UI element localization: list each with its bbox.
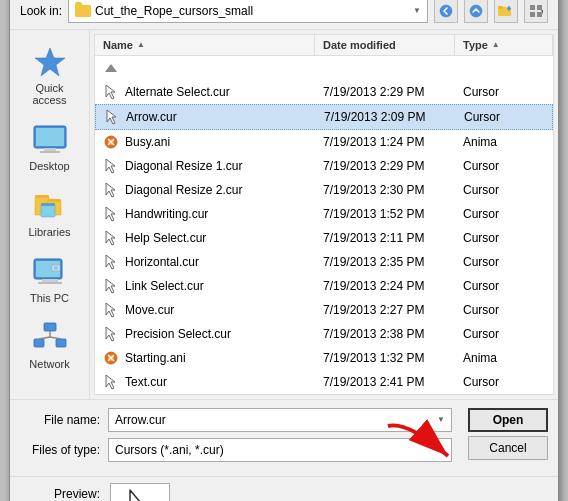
sidebar-item-label: Quick access: [18, 82, 82, 106]
look-in-label: Look in:: [20, 4, 62, 18]
sidebar-item-network[interactable]: Network: [14, 314, 86, 376]
column-header-name[interactable]: Name ▲: [95, 35, 315, 55]
file-cell-date: 7/19/2013 2:27 PM: [315, 301, 455, 319]
toolbar: Look in: Cut_the_Rope_cursors_small ▼: [10, 0, 558, 30]
file-type-icon: [103, 158, 119, 174]
file-row[interactable]: Move.cur 7/19/2013 2:27 PM Cursor: [95, 298, 553, 322]
file-cell-name: Diagonal Resize 2.cur: [95, 180, 315, 200]
file-name: Diagonal Resize 1.cur: [125, 159, 242, 173]
file-cell-date: 7/19/2013 2:29 PM: [315, 83, 455, 101]
sidebar-item-libraries[interactable]: Libraries: [14, 182, 86, 244]
file-row[interactable]: Handwriting.cur 7/19/2013 1:52 PM Cursor: [95, 202, 553, 226]
file-type-icon: [103, 302, 119, 318]
svg-rect-31: [54, 266, 58, 270]
desktop-icon: [32, 122, 68, 158]
file-cell-date: 7/19/2013 2:11 PM: [315, 229, 455, 247]
file-cell-name: [95, 58, 315, 78]
file-type-icon: [103, 84, 119, 100]
view-options-button[interactable]: [524, 0, 548, 23]
svg-rect-7: [498, 6, 503, 9]
file-row[interactable]: Alternate Select.cur 7/19/2013 2:29 PM C…: [95, 80, 553, 104]
svg-rect-10: [530, 5, 535, 10]
new-folder-button[interactable]: [494, 0, 518, 23]
file-cell-date: 7/19/2013 2:41 PM: [315, 373, 455, 391]
file-cell-type: Cursor: [455, 229, 553, 247]
sidebar-item-label: Libraries: [28, 226, 70, 238]
file-name: Busy.ani: [125, 135, 170, 149]
browse-dialog: Browse ✕ Look in: Cut_the_Rope_cursors_s…: [9, 0, 559, 501]
svg-rect-18: [44, 148, 56, 151]
sidebar-item-label: Network: [29, 358, 69, 370]
new-folder-icon: [498, 4, 514, 18]
filename-dropdown-arrow: ▼: [437, 415, 445, 424]
file-cell-name: Precision Select.cur: [95, 324, 315, 344]
file-cell-type: Cursor: [455, 181, 553, 199]
svg-rect-12: [530, 12, 535, 17]
file-row[interactable]: Horizontal.cur 7/19/2013 2:35 PM Cursor: [95, 250, 553, 274]
svg-rect-24: [41, 205, 55, 217]
file-cell-name: Horizontal.cur: [95, 252, 315, 272]
file-row[interactable]: Starting.ani 7/19/2013 1:32 PM Anima: [95, 346, 553, 370]
sidebar-item-quick-access[interactable]: Quick access: [14, 38, 86, 112]
file-name: Alternate Select.cur: [125, 85, 230, 99]
file-row[interactable]: Diagonal Resize 2.cur 7/19/2013 2:30 PM …: [95, 178, 553, 202]
file-cell-type: Cursor: [455, 277, 553, 295]
file-panel: Name ▲ Date modified Type ▲: [94, 34, 554, 395]
file-type-icon: [103, 134, 119, 150]
sidebar-item-this-pc[interactable]: This PC: [14, 248, 86, 310]
file-cell-name: Handwriting.cur: [95, 204, 315, 224]
file-row[interactable]: Busy.ani 7/19/2013 1:24 PM Anima: [95, 130, 553, 154]
sidebar-item-desktop[interactable]: Desktop: [14, 116, 86, 178]
file-cell-name: Diagonal Resize 1.cur: [95, 156, 315, 176]
open-button[interactable]: Open: [468, 408, 548, 432]
file-list[interactable]: Alternate Select.cur 7/19/2013 2:29 PM C…: [95, 56, 553, 394]
file-row[interactable]: Precision Select.cur 7/19/2013 2:38 PM C…: [95, 322, 553, 346]
filetype-label: Files of type:: [20, 443, 100, 457]
file-row[interactable]: Link Select.cur 7/19/2013 2:24 PM Cursor: [95, 274, 553, 298]
svg-line-36: [39, 337, 50, 339]
file-cell-name: Text.cur: [95, 372, 315, 392]
nav-back-button[interactable]: [434, 0, 458, 23]
column-header-type[interactable]: Type ▲: [455, 35, 553, 55]
preview-label: Preview:: [20, 483, 100, 501]
svg-rect-34: [56, 339, 66, 347]
svg-rect-25: [41, 203, 55, 206]
filename-label: File name:: [20, 413, 100, 427]
filename-row: File name: Arrow.cur ▼: [20, 408, 452, 432]
sort-arrow-type: ▲: [492, 40, 500, 49]
back-icon: [439, 4, 453, 18]
svg-rect-23: [47, 199, 61, 202]
column-header-date[interactable]: Date modified: [315, 35, 455, 55]
file-cell-name: Busy.ani: [95, 132, 315, 152]
file-type-icon: [103, 254, 119, 270]
main-content: Quick access Desktop: [10, 30, 558, 399]
file-row[interactable]: Help Select.cur 7/19/2013 2:11 PM Cursor: [95, 226, 553, 250]
file-row[interactable]: Text.cur 7/19/2013 2:41 PM Cursor: [95, 370, 553, 394]
sort-arrow-name: ▲: [137, 40, 145, 49]
file-cell-date: 7/19/2013 2:30 PM: [315, 181, 455, 199]
file-cell-date: 7/19/2013 2:24 PM: [315, 277, 455, 295]
file-row[interactable]: Arrow.cur 7/19/2013 2:09 PM Cursor: [95, 104, 553, 130]
file-name: Horizontal.cur: [125, 255, 199, 269]
file-cell-type: Cursor: [455, 83, 553, 101]
filename-combo[interactable]: Arrow.cur ▼: [108, 408, 452, 432]
svg-point-3: [440, 5, 452, 17]
this-pc-icon: [32, 254, 68, 290]
svg-point-4: [470, 5, 482, 17]
file-cell-type: Cursor: [455, 301, 553, 319]
libraries-icon: [32, 188, 68, 224]
file-name: Diagonal Resize 2.cur: [125, 183, 242, 197]
preview-section: Preview:: [10, 476, 558, 502]
look-in-combo[interactable]: Cut_the_Rope_cursors_small ▼: [68, 0, 428, 23]
file-cell-type: Cursor: [455, 157, 553, 175]
cancel-button[interactable]: Cancel: [468, 436, 548, 460]
filetype-combo[interactable]: Cursors (*.ani, *.cur) ▼: [108, 438, 452, 462]
file-row[interactable]: Diagonal Resize 1.cur 7/19/2013 2:29 PM …: [95, 154, 553, 178]
file-name: Help Select.cur: [125, 231, 206, 245]
sidebar-item-label: This PC: [30, 292, 69, 304]
nav-up-button[interactable]: [464, 0, 488, 23]
quick-access-icon: [32, 44, 68, 80]
file-row[interactable]: [95, 56, 553, 80]
file-name: Handwriting.cur: [125, 207, 208, 221]
svg-rect-28: [42, 279, 58, 282]
